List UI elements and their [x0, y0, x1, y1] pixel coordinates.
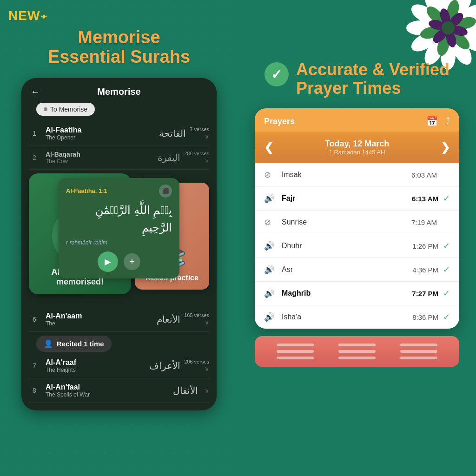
- surah-verses-2: 286 verses: [184, 151, 209, 156]
- surah-info-1: Al-Faatiha The Opener: [46, 126, 159, 141]
- phone-mockup: ← Memorise To Memorise 1 Al-Faatiha The …: [21, 78, 217, 410]
- asr-check-icon: ✓: [443, 264, 450, 275]
- surah-info-8: Al-An'faal The Spoils of War: [46, 383, 173, 398]
- surah-name-sub-7: The Heights: [46, 367, 149, 373]
- surah-item-1[interactable]: 1 Al-Faatiha The Opener الفاتحة 7 verses…: [29, 121, 209, 146]
- play-button[interactable]: ▶: [98, 251, 118, 272]
- right-title: Accurate & Verified Prayer Times: [296, 60, 450, 97]
- share-icon[interactable]: ⤴: [445, 116, 450, 127]
- surah-verses-container-1: 7 verses ∨: [190, 126, 209, 140]
- fajr-check-icon: ✓: [443, 193, 450, 204]
- surah-verses-container-6: 165 verses ∨: [184, 312, 209, 326]
- prayers-card: Prayers 📅 ⤴ ❮ Today, 12 March 1 Ramadan …: [255, 108, 459, 329]
- prayer-asr[interactable]: 🔊 Asr 4:36 PM ✓: [255, 258, 459, 282]
- left-header: Memorise Essential Surahs: [39, 28, 199, 67]
- surah-arabic-2: البقرة: [158, 152, 180, 163]
- card-middle-header: Al-Faatiha, 1:1 ⬛: [66, 185, 172, 198]
- surah-name-sub-8: The Spoils of War: [46, 391, 173, 398]
- maghrib-name: Maghrib: [282, 289, 412, 298]
- next-date-button[interactable]: ❯: [441, 141, 450, 154]
- maghrib-check-icon: ✓: [443, 288, 450, 298]
- chevron-icon-7: ∨: [205, 365, 209, 372]
- asr-time: 4:36 PM: [412, 266, 438, 274]
- right-title-line1: Accurate & Verified: [296, 60, 450, 79]
- surah-name-en-6: Al-An'aam: [46, 312, 157, 320]
- surah-arabic-8: الأنفال: [173, 385, 198, 396]
- maghrib-time: 7:27 PM: [412, 290, 438, 298]
- right-title-line2: Prayer Times: [296, 79, 450, 98]
- ishaa-icon: 🔊: [264, 312, 277, 322]
- prayers-header-icons: 📅 ⤴: [426, 116, 450, 127]
- title-line1: Memorise: [78, 27, 160, 47]
- strip-line: [277, 344, 314, 346]
- add-button[interactable]: +: [124, 253, 140, 270]
- title-line2: Essential Surahs: [48, 47, 190, 66]
- bottom-strip: [255, 336, 459, 367]
- recited-text: Recited 1 time: [57, 340, 104, 348]
- surah-name-sub-6: The: [46, 320, 157, 327]
- fajr-name: Fajr: [282, 194, 412, 203]
- surah-verses-container-7: 206 verses ∨: [184, 359, 209, 373]
- chevron-icon-1: ∨: [205, 132, 209, 140]
- surah-info-7: Al-A'raaf The Heights: [46, 358, 149, 373]
- arabic-line1: بِسۡمِ اللَّهِ الرَّحۡمَٰنِ: [95, 204, 172, 216]
- flashcard-area: 🧠 Alhamdulillah, memorised! Al-Faatiha, …: [29, 173, 209, 304]
- surah-name-sub-2: The Cow: [46, 158, 158, 165]
- surah-list: 1 Al-Faatiha The Opener الفاتحة 7 verses…: [21, 121, 217, 170]
- prayer-sunrise[interactable]: ⊘ Sunrise 7:19 AM: [255, 211, 459, 234]
- ishaa-check-icon: ✓: [443, 312, 450, 322]
- card-controls: ▶ +: [66, 251, 172, 272]
- asr-icon: 🔊: [264, 264, 277, 275]
- prayer-dhuhr[interactable]: 🔊 Dhuhr 1:26 PM ✓: [255, 234, 459, 258]
- date-bar: ❮ Today, 12 March 1 Ramadan 1445 AH ❯: [255, 132, 459, 163]
- arabic-card[interactable]: Al-Faatiha, 1:1 ⬛ بِسۡمِ اللَّهِ الرَّحۡ…: [59, 178, 179, 279]
- surah-name-en-2: Al-Baqarah: [46, 151, 158, 158]
- chevron-icon-6: ∨: [205, 318, 209, 326]
- surah-arabic-6: الأنعام: [157, 314, 180, 325]
- prayers-card-header: Prayers 📅 ⤴: [255, 108, 459, 132]
- phone-title: Memorise: [46, 86, 192, 97]
- left-title: Memorise Essential Surahs: [48, 28, 190, 67]
- sunrise-icon: ⊘: [264, 217, 277, 227]
- arabic-text: بِسۡمِ اللَّهِ الرَّحۡمَٰنِ الرَّحِيمِ: [66, 201, 172, 237]
- date-main: Today, 12 March: [325, 139, 389, 149]
- ishaa-time: 8:36 PM: [412, 313, 438, 321]
- check-icon: ✓: [264, 62, 289, 86]
- fajr-icon: 🔊: [264, 193, 277, 204]
- to-memorise-tab[interactable]: To Memorise: [36, 103, 95, 116]
- prev-date-button[interactable]: ❮: [264, 141, 273, 154]
- imsak-name: Imsak: [282, 171, 411, 179]
- dhuhr-icon: 🔊: [264, 241, 277, 251]
- strip-lines-2: [338, 344, 376, 359]
- back-arrow-icon[interactable]: ←: [31, 86, 40, 97]
- new-badge-text: NEW: [8, 8, 40, 23]
- sunrise-name: Sunrise: [282, 218, 411, 226]
- surah-item-6[interactable]: 6 Al-An'aam The الأنعام 165 verses ∨: [29, 307, 209, 332]
- surah-num-1: 1: [29, 130, 40, 137]
- surah-num-6: 6: [29, 316, 40, 323]
- strip-line: [400, 357, 437, 359]
- surah-item-7[interactable]: 7 Al-A'raaf The Heights الأعراف 206 vers…: [29, 354, 209, 378]
- surah-verses-6: 165 verses: [184, 312, 209, 318]
- phone-header: ← Memorise: [21, 78, 217, 103]
- surah-num-8: 8: [29, 387, 40, 394]
- strip-lines-1: [277, 344, 314, 359]
- dhuhr-time: 1:26 PM: [412, 242, 438, 250]
- surah-item-2[interactable]: 2 Al-Baqarah The Cow البقرة 286 verses ∨: [29, 146, 209, 170]
- imsak-time: 6:03 AM: [411, 171, 437, 179]
- surah7-container: 7 Al-A'raaf The Heights الأعراف 206 vers…: [21, 354, 217, 403]
- calendar-icon[interactable]: 📅: [426, 116, 438, 127]
- fajr-time: 6:13 AM: [412, 195, 438, 203]
- chevron-icon-8: ∨: [205, 387, 209, 394]
- surah-num-7: 7: [29, 362, 40, 370]
- prayer-fajr[interactable]: 🔊 Fajr 6:13 AM ✓: [255, 187, 459, 211]
- prayer-maghrib[interactable]: 🔊 Maghrib 7:27 PM ✓: [255, 282, 459, 305]
- surah-name-en-7: Al-A'raaf: [46, 358, 149, 367]
- prayer-imsak[interactable]: ⊘ Imsak 6:03 AM: [255, 163, 459, 187]
- maghrib-icon: 🔊: [264, 288, 277, 298]
- prayer-ishaa[interactable]: 🔊 Isha'a 8:36 PM ✓: [255, 305, 459, 329]
- recited-badge: 👤 Recited 1 time: [36, 336, 112, 352]
- surah-item-8[interactable]: 8 Al-An'faal The Spoils of War الأنفال ∨: [29, 378, 209, 403]
- strip-line: [338, 350, 376, 353]
- transliteration: r-rahmânir-rahim: [66, 239, 172, 246]
